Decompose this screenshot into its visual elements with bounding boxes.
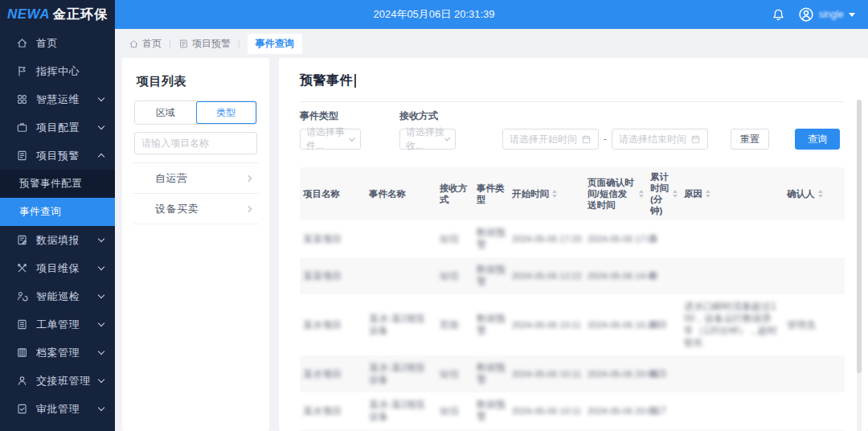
column-header-确认人[interactable]: 确认人: [784, 188, 845, 199]
sidebar-item-交接班管理[interactable]: 交接班管理: [0, 367, 115, 395]
sidebar-item-首页[interactable]: 首页: [0, 29, 115, 57]
tree-item-设备买卖[interactable]: 设备买卖: [133, 194, 259, 224]
event-type-select[interactable]: 请选择事件...: [300, 129, 361, 150]
grid-icon: [16, 93, 29, 106]
vertical-scrollbar[interactable]: [857, 100, 862, 431]
user-menu[interactable]: single: [798, 6, 855, 23]
column-header-事件类型: 事件类型: [473, 183, 509, 205]
content-area: 首页 | 项目预警 | 事件查询 项目列表 区域类型 自运营设备买卖 预警事件: [115, 29, 868, 431]
table-row[interactable]: 某某项目短信数据预警2024-05-06 12:222024-05-06 14:…: [300, 257, 845, 294]
cell-事件名称: 某水-某2期泵设备: [366, 392, 436, 429]
home-icon: [129, 39, 139, 49]
chevron-down-icon: [98, 264, 104, 270]
sidebar-item-智能巡检[interactable]: 智能巡检: [0, 282, 115, 310]
patrol-icon: [16, 290, 29, 303]
sidebar-item-label: 交接班管理: [36, 374, 99, 388]
sort-icon[interactable]: [639, 190, 644, 198]
sidebar-item-工单管理[interactable]: 工单管理: [0, 310, 115, 339]
cell-页面确认时间/短信发送时间: 2024-05-06 14:40: [584, 264, 647, 289]
sidebar-item-label: 项目维保: [36, 261, 99, 276]
page-title-text: 预警事件: [300, 72, 353, 89]
sidebar-subitem-预警事件配置[interactable]: 预警事件配置: [0, 170, 115, 198]
logo-brand: NEWA: [7, 6, 50, 23]
end-time-picker[interactable]: 请选择结束时间: [612, 129, 708, 150]
calendar-icon: [581, 134, 592, 145]
filter-bar: 事件类型 请选择事件... 接收方式 请选择接收... 请选择开始时间: [300, 109, 868, 150]
start-time-picker[interactable]: 请选择开始时间: [502, 129, 599, 150]
column-header-项目名称: 项目名称: [300, 188, 366, 199]
chevron-down-icon: [98, 376, 104, 383]
column-header-累计时间(分钟)[interactable]: 累计时间(分钟): [647, 171, 681, 216]
topbar: NEWA 金正环保 2024年05月06日 20:31:39 single: [0, 0, 868, 29]
cell-事件名称: 某水-某2期泵设备: [366, 355, 436, 392]
sort-icon[interactable]: [706, 190, 710, 198]
reset-button[interactable]: 重置: [731, 129, 769, 150]
sort-icon[interactable]: [818, 190, 823, 198]
start-time-placeholder: 请选择开始时间: [510, 133, 577, 146]
project-search-input[interactable]: [134, 132, 257, 154]
chevron-down-icon: [98, 95, 104, 101]
search-button[interactable]: 查询: [795, 129, 840, 150]
breadcrumb-home-label: 首页: [142, 37, 162, 51]
sidebar-item-指挥中心[interactable]: 指挥中心: [0, 57, 115, 85]
calendar-icon: [690, 134, 701, 145]
tree-item-label: 设备买卖: [155, 202, 199, 216]
table-row[interactable]: 某某项目短信数据预警2024-05-06 17:202024-05-06 17:…: [300, 220, 845, 257]
sidebar-item-项目配置[interactable]: 项目配置: [0, 113, 115, 142]
alert-events-panel: 预警事件 事件类型 请选择事件... 接收方式 请选择接收...: [279, 58, 868, 431]
sidebar-item-label: 项目预警: [36, 149, 99, 163]
divider: [300, 101, 844, 102]
tree-item-自运营[interactable]: 自运营: [133, 163, 259, 194]
breadcrumb-separator: |: [238, 39, 240, 48]
sidebar-item-label: 工单管理: [36, 318, 99, 332]
end-time-placeholder: 请选择结束时间: [619, 133, 686, 146]
receive-method-label: 接收方式: [399, 109, 456, 123]
cell-开始时间: 2024-05-06 12:22: [509, 264, 584, 289]
cell-事件类型: 数据预警: [473, 355, 509, 392]
column-header-事件名称: 事件名称: [366, 188, 436, 199]
sidebar-item-档案管理[interactable]: 档案管理: [0, 339, 115, 367]
cell-页面确认时间/短信发送时间: 2024-05-06 17:05: [584, 227, 647, 252]
cell-项目名称: 某某项目: [300, 264, 366, 289]
sidebar-item-label: 项目配置: [36, 121, 99, 135]
receive-method-select[interactable]: 请选择接收...: [399, 129, 456, 150]
project-tree: 自运营设备买卖: [133, 162, 259, 224]
logo[interactable]: NEWA 金正环保: [0, 0, 115, 29]
column-header-原因[interactable]: 原因: [681, 188, 784, 199]
breadcrumb-home[interactable]: 首页: [129, 37, 162, 51]
sidebar-item-智慧运维[interactable]: 智慧运维: [0, 85, 115, 113]
table-row[interactable]: 某水项目某水-某2期泵设备短信数据预警2024-05-06 10:112024-…: [300, 355, 845, 392]
column-header-开始时间[interactable]: 开始时间: [509, 188, 584, 199]
sidebar-item-项目维保[interactable]: 项目维保: [0, 254, 115, 282]
breadcrumb-current[interactable]: 事件查询: [248, 34, 302, 54]
tab-类型[interactable]: 类型: [196, 101, 257, 124]
cell-原因: [681, 232, 784, 245]
sidebar-item-项目预警[interactable]: 项目预警: [0, 142, 115, 170]
cell-确认人: [784, 232, 845, 245]
chevron-down-icon: [98, 292, 104, 298]
sidebar-item-审批管理[interactable]: 审批管理: [0, 395, 115, 423]
cell-项目名称: 某水项目: [300, 362, 366, 387]
column-header-页面确认时间/短信发送时间[interactable]: 页面确认时间/短信发送时间: [584, 177, 647, 211]
cell-原因: [681, 269, 784, 282]
chevron-right-icon: [245, 174, 252, 181]
sidebar-item-label: 指挥中心: [36, 64, 104, 79]
event-type-placeholder: 请选择事件...: [306, 125, 350, 153]
table-row[interactable]: 某水项目某水-某2期泵设备页面数据预警2024-05-06 10:112024-…: [300, 294, 845, 355]
sidebar-subitem-事件查询[interactable]: 事件查询: [0, 198, 115, 226]
scrollbar-thumb[interactable]: [857, 100, 862, 373]
sort-icon[interactable]: [552, 190, 557, 198]
cell-事件类型: 数据预警: [473, 306, 509, 343]
table-row[interactable]: 某水项目某水-某2期泵设备短信数据预警2024-05-06 10:112024-…: [300, 392, 845, 429]
table-body: 某某项目短信数据预警2024-05-06 17:202024-05-06 17:…: [300, 220, 845, 431]
archive-icon: [16, 347, 29, 359]
sidebar-item-数据填报[interactable]: 数据填报: [0, 226, 115, 254]
breadcrumb-project-alert[interactable]: 项目预警: [178, 37, 231, 51]
cell-项目名称: 某水项目: [300, 399, 366, 424]
cell-开始时间: 2024-05-06 10:11: [509, 313, 584, 338]
tab-区域[interactable]: 区域: [135, 101, 196, 124]
sidebar-item-label: 档案管理: [36, 346, 99, 360]
cell-确认人: [784, 367, 845, 380]
bell-icon[interactable]: [772, 8, 785, 22]
sort-icon[interactable]: [673, 190, 678, 198]
